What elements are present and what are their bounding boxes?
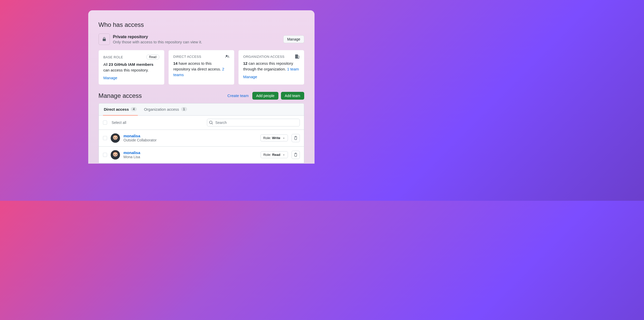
base-role-manage-link[interactable]: Manage [103, 76, 117, 80]
svg-point-2 [114, 137, 115, 138]
organization-icon [295, 54, 299, 59]
access-cards: BASE ROLE Read All 23 GitHub IAM members… [99, 50, 304, 85]
repo-visibility-title: Private repository [113, 35, 280, 39]
card-direct-access-text: 14 have access to this repository via di… [173, 61, 229, 77]
remove-user-button[interactable] [292, 134, 300, 142]
table-toolbar: Select all [99, 116, 304, 130]
user-name-link[interactable]: monalisa [124, 150, 257, 155]
svg-point-3 [116, 137, 117, 138]
search-input[interactable] [207, 119, 300, 126]
trash-icon [294, 136, 298, 140]
repo-visibility-row: Private repository Only those with acces… [99, 34, 304, 45]
card-base-role: BASE ROLE Read All 23 GitHub IAM members… [99, 50, 164, 85]
chevron-down-icon [283, 154, 285, 156]
access-panel: Who has access Private repository Only t… [88, 10, 315, 164]
user-subtitle: Outside Collaborator [124, 138, 257, 142]
people-icon [225, 54, 229, 59]
tab-direct-access[interactable]: Direct access 4 [103, 103, 138, 116]
card-base-role-text: All 23 GitHub IAM members can access thi… [103, 62, 159, 73]
card-org-access-label: ORGANIZATION ACCESS [243, 55, 285, 59]
search-icon [209, 121, 213, 125]
tab-org-count: 1 [181, 107, 187, 111]
chevron-down-icon [283, 137, 285, 139]
card-base-role-label: BASE ROLE [103, 55, 123, 59]
card-direct-access-label: DIRECT ACCESS [173, 55, 201, 59]
remove-user-button[interactable] [292, 151, 300, 159]
svg-point-7 [116, 154, 117, 155]
user-name-link[interactable]: monalisa [124, 134, 257, 138]
avatar [111, 133, 120, 143]
manage-visibility-button[interactable]: Manage [283, 35, 304, 43]
select-all-label: Select all [112, 121, 126, 125]
create-team-link[interactable]: Create team [227, 93, 249, 98]
table-row: monalisa Outside Collaborator Role: Writ… [99, 130, 304, 147]
table-row: monalisa Mona Lisa Role: Read [99, 147, 304, 163]
row-checkbox[interactable] [103, 136, 107, 140]
base-role-badge[interactable]: Read [146, 54, 159, 60]
role-dropdown[interactable]: Role: Write [260, 134, 288, 141]
tab-direct-count: 4 [131, 107, 137, 111]
tab-organization-access[interactable]: Organization access 1 [143, 103, 188, 116]
manage-access-header: Manage access Create team Add people Add… [99, 92, 304, 100]
add-team-button[interactable]: Add team [281, 92, 304, 100]
row-checkbox[interactable] [103, 153, 107, 157]
card-organization-access: ORGANIZATION ACCESS 12 can access this r… [238, 50, 304, 85]
trash-icon [294, 153, 298, 157]
add-people-button[interactable]: Add people [252, 92, 278, 100]
repo-visibility-subtitle: Only those with access to this repositor… [113, 40, 280, 44]
tabs: Direct access 4 Organization access 1 [99, 103, 304, 116]
user-subtitle: Mona Lisa [124, 155, 257, 159]
lock-icon [99, 34, 110, 45]
org-access-teams-link[interactable]: 1 team [287, 67, 299, 71]
role-dropdown[interactable]: Role: Read [261, 151, 288, 158]
svg-point-6 [114, 154, 115, 155]
manage-access-title: Manage access [99, 92, 142, 99]
card-org-access-text: 12 can access this repository through th… [243, 61, 299, 72]
select-all-checkbox[interactable] [103, 121, 107, 125]
page-title: Who has access [99, 21, 304, 28]
access-table: Direct access 4 Organization access 1 Se… [99, 103, 304, 164]
avatar [111, 150, 120, 159]
org-access-manage-link[interactable]: Manage [243, 75, 257, 79]
card-direct-access: DIRECT ACCESS 14 have access to this rep… [168, 50, 234, 85]
